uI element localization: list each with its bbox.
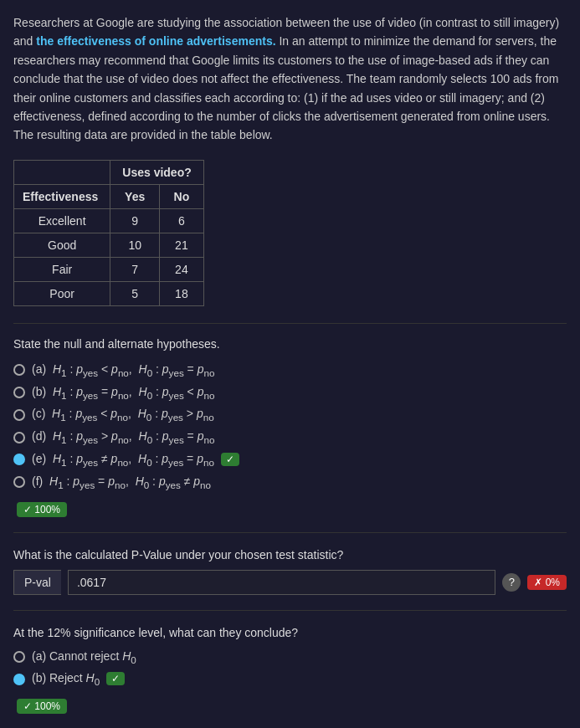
hypothesis-option-e[interactable]: (e) H1 : pyes ≠ pno, H0 : pyes = pno ✓ bbox=[13, 452, 567, 468]
hypothesis-text-e: (e) H1 : pyes ≠ pno, H0 : pyes = pno ✓ bbox=[32, 452, 239, 468]
pval-help-icon[interactable]: ? bbox=[502, 573, 521, 592]
pval-input[interactable] bbox=[68, 570, 495, 595]
table-col1-header: Effectiveness bbox=[14, 184, 110, 208]
significance-section: At the 12% significance level, what can … bbox=[13, 626, 567, 715]
pval-row: P-val ? ✗ 0% bbox=[13, 570, 567, 595]
radio-b[interactable] bbox=[13, 387, 25, 398]
hypotheses-score-badge: ✓ 100% bbox=[17, 502, 67, 517]
table-row: Excellent 9 6 bbox=[14, 208, 204, 233]
hypothesis-text-c: (c) H1 : pyes < pno, H0 : pyes > pno bbox=[32, 407, 214, 423]
radio-a[interactable] bbox=[13, 364, 25, 376]
sig-options-group: (a) Cannot reject H0(b) Reject H0 ✓ bbox=[13, 649, 567, 688]
hypothesis-text-b: (b) H1 : pyes = pno, H0 : pyes < pno bbox=[32, 385, 214, 401]
radio-f[interactable] bbox=[13, 476, 25, 488]
table-row-label: Poor bbox=[14, 281, 110, 305]
table-cell-no: 6 bbox=[160, 208, 204, 233]
sig-option-sig-a[interactable]: (a) Cannot reject H0 bbox=[13, 649, 567, 665]
hypothesis-options-group: (a) H1 : pyes < pno, H0 : pyes = pno(b) … bbox=[13, 362, 567, 490]
divider-2 bbox=[13, 532, 567, 533]
radio-d[interactable] bbox=[13, 432, 25, 443]
hypothesis-option-b[interactable]: (b) H1 : pyes = pno, H0 : pyes < pno bbox=[13, 385, 567, 401]
sig-score-badge: ✓ 100% bbox=[17, 699, 67, 714]
hypothesis-option-c[interactable]: (c) H1 : pyes < pno, H0 : pyes > pno bbox=[13, 407, 567, 423]
hypothesis-option-d[interactable]: (d) H1 : pyes > pno, H0 : pyes = pno bbox=[13, 429, 567, 445]
table-uses-video-header: Uses video? bbox=[110, 160, 203, 184]
hypotheses-question: State the null and alternate hypotheses. bbox=[13, 337, 567, 351]
table-cell-yes: 10 bbox=[110, 233, 160, 257]
pval-result-badge: ✗ 0% bbox=[527, 575, 567, 590]
sig-text-sig-a: (a) Cannot reject H0 bbox=[32, 649, 136, 665]
radio-c[interactable] bbox=[13, 409, 25, 421]
hypotheses-score: ✓ 100% bbox=[13, 497, 567, 517]
sig-text-sig-b: (b) Reject H0 ✓ bbox=[32, 671, 125, 687]
table-col3-header: No bbox=[160, 184, 204, 208]
data-table: Uses video? Effectiveness Yes No Excelle… bbox=[13, 160, 204, 306]
pval-question: What is the calculated P-Value under you… bbox=[13, 548, 567, 561]
table-row-label: Good bbox=[14, 233, 110, 257]
hypothesis-text-f: (f) H1 : pyes = pno, H0 : pyes ≠ pno bbox=[32, 474, 211, 490]
radio-sig-b[interactable] bbox=[13, 674, 25, 685]
table-row: Good 10 21 bbox=[14, 233, 204, 257]
hypothesis-option-a[interactable]: (a) H1 : pyes < pno, H0 : pyes = pno bbox=[13, 362, 567, 378]
check-icon: ✓ bbox=[221, 453, 239, 466]
table-cell-yes: 5 bbox=[110, 281, 160, 305]
table-cell-yes: 9 bbox=[110, 208, 160, 233]
table-row-label: Excellent bbox=[14, 208, 110, 233]
radio-e[interactable] bbox=[13, 454, 25, 465]
hypothesis-text-a: (a) H1 : pyes < pno, H0 : pyes = pno bbox=[32, 362, 214, 378]
table-empty-header bbox=[14, 160, 110, 184]
table-cell-no: 21 bbox=[160, 233, 204, 257]
sig-score: ✓ 100% bbox=[13, 694, 567, 714]
pval-section: What is the calculated P-Value under you… bbox=[13, 548, 567, 595]
hypothesis-text-d: (d) H1 : pyes > pno, H0 : pyes = pno bbox=[32, 429, 214, 445]
intro-paragraph: Researchers at Google are studying the a… bbox=[13, 13, 567, 145]
divider-3 bbox=[13, 610, 567, 611]
hypothesis-option-f[interactable]: (f) H1 : pyes = pno, H0 : pyes ≠ pno bbox=[13, 474, 567, 490]
radio-sig-a[interactable] bbox=[13, 651, 25, 663]
table-row: Fair 7 24 bbox=[14, 257, 204, 281]
sig-option-sig-b[interactable]: (b) Reject H0 ✓ bbox=[13, 671, 567, 687]
pval-label: P-val bbox=[13, 570, 61, 595]
table-row-label: Fair bbox=[14, 257, 110, 281]
table-row: Poor 5 18 bbox=[14, 281, 204, 305]
sig-question: At the 12% significance level, what can … bbox=[13, 626, 567, 639]
data-table-wrapper: Uses video? Effectiveness Yes No Excelle… bbox=[13, 160, 567, 306]
table-cell-no: 24 bbox=[160, 257, 204, 281]
check-icon-sig: ✓ bbox=[106, 672, 125, 685]
table-cell-no: 18 bbox=[160, 281, 204, 305]
table-col2-header: Yes bbox=[110, 184, 160, 208]
table-cell-yes: 7 bbox=[110, 257, 160, 281]
divider-1 bbox=[13, 323, 567, 324]
